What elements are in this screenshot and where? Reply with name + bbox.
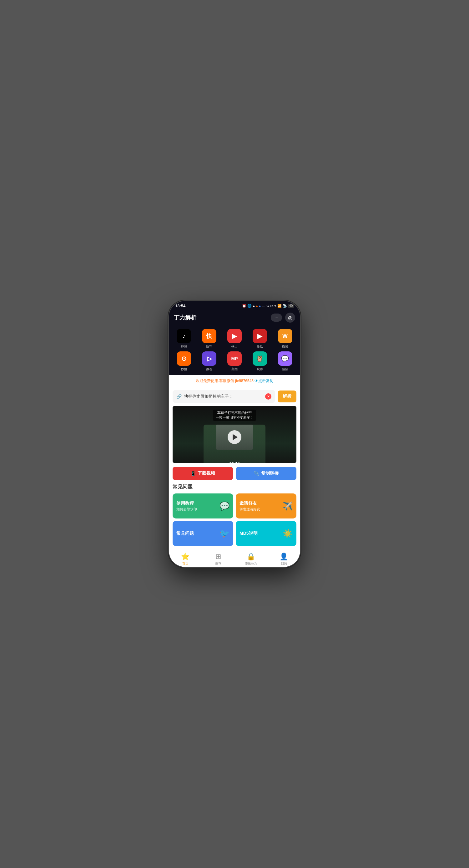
home-star-icon: ⭐ xyxy=(181,553,190,561)
faq-invite-sub: 转发邀请好友 xyxy=(239,507,260,512)
xigua-label: 吸瓜 xyxy=(257,344,263,349)
faq-section: 常见问题 使用教程 如何去除水印 💬 邀请好友 转发邀请 xyxy=(169,484,300,550)
faq-md5-text: MD5说明 xyxy=(239,531,258,536)
faq-common-text: 常见问题 xyxy=(176,531,194,536)
browser-icon: 🌐 xyxy=(247,304,252,308)
app-meipai[interactable]: MP 美拍 xyxy=(223,351,246,371)
copy-label: 复制链接 xyxy=(261,471,278,476)
faq-common-title: 常见问题 xyxy=(176,531,194,536)
copy-icon: 📎 xyxy=(254,471,259,476)
app-weibo[interactable]: W 微博 xyxy=(274,329,296,349)
app-yingke[interactable]: 🦉 映客 xyxy=(248,351,271,371)
douyin-icon: ♪ xyxy=(177,329,191,343)
momo-icon: 💬 xyxy=(278,351,292,366)
nav-recommend[interactable]: ⊞ 推荐 xyxy=(202,553,234,566)
faq-tutorial-icon: 💬 xyxy=(220,501,230,511)
download-label: 下载视频 xyxy=(198,471,215,476)
meipai-icon: MP xyxy=(227,351,242,366)
title-bar: 丁力解析 ··· ◎ xyxy=(169,310,300,326)
nav-recommend-label: 推荐 xyxy=(215,561,221,566)
faq-card-md5[interactable]: MD5说明 ☀️ xyxy=(236,521,296,546)
faq-card-invite[interactable]: 邀请好友 转发邀请好友 ✈️ xyxy=(236,493,296,519)
faq-card-common[interactable]: 常见问题 🐦 xyxy=(173,521,233,546)
app-kuaishou[interactable]: 快 快守 xyxy=(198,329,221,349)
status-bar: 13:54 ⏰ 🌐 ● ● ● ··· 577K/s 📶 📡 40 xyxy=(169,301,300,310)
page-title: 丁力解析 xyxy=(174,314,196,321)
download-button[interactable]: 📱 下载视频 xyxy=(173,467,233,480)
app-miaopai[interactable]: ⊙ 秒拍 xyxy=(173,351,195,371)
phone-screen: 13:54 ⏰ 🌐 ● ● ● ··· 577K/s 📶 📡 40 丁力解析 ·… xyxy=(169,301,300,567)
search-clear-button[interactable]: ✕ xyxy=(265,393,271,400)
video-top-text: 车贩子打死不说的秘密 一喷一擦旧车秒变新车！ xyxy=(213,410,256,421)
miaopai-icon: ⊙ xyxy=(177,351,191,366)
status-icons: ⏰ 🌐 ● ● ● ··· 577K/s 📶 📡 40 xyxy=(242,304,294,308)
search-input-wrap[interactable]: 🔗 快把你丈母娘扔掉的车子： ✕ xyxy=(173,390,275,403)
yingke-icon: 🦉 xyxy=(253,351,267,366)
copy-link-button[interactable]: 📎 复制链接 xyxy=(236,467,296,480)
lock-icon: 🔒 xyxy=(247,553,255,561)
more-button[interactable]: ··· xyxy=(271,313,282,322)
main-content: 欢迎免费使用.客服微信 jie9876543 👁点击复制 🔗 快把你丈母娘扔掉的… xyxy=(169,375,300,550)
clear-icon: ✕ xyxy=(267,395,270,399)
kuaishou-icon: 快 xyxy=(202,329,216,343)
faq-tutorial-text: 使用教程 如何去除水印 xyxy=(176,501,197,512)
app-grid: ♪ 哗涡 快 快守 ▶ 伙山 ▶ 吸瓜 xyxy=(169,326,300,375)
signal-icon: 📶 xyxy=(277,304,282,308)
scan-icon: ◎ xyxy=(288,315,292,321)
profile-icon: 👤 xyxy=(279,553,288,561)
battery-box: 40 xyxy=(288,304,294,308)
yingke-label: 映客 xyxy=(257,367,263,371)
weishipin-label: 微视 xyxy=(206,367,212,371)
nav-profile[interactable]: 👤 我的 xyxy=(267,553,300,566)
search-input[interactable]: 快把你丈母娘扔掉的车子： xyxy=(184,394,263,399)
app-xigua[interactable]: ▶ 吸瓜 xyxy=(248,329,271,349)
title-actions: ··· ◎ xyxy=(271,313,295,322)
dot3: ● xyxy=(259,304,261,308)
faq-title: 常见问题 xyxy=(173,484,296,490)
play-button[interactable] xyxy=(228,430,241,444)
parse-button[interactable]: 解析 xyxy=(278,391,296,402)
recommend-grid-icon: ⊞ xyxy=(215,553,221,561)
nav-home[interactable]: ⭐ 首页 xyxy=(169,553,202,566)
nav-md5[interactable]: 🔒 修改md5 xyxy=(234,553,267,566)
faq-grid: 使用教程 如何去除水印 💬 邀请好友 转发邀请好友 ✈️ xyxy=(173,493,296,546)
app-weishipin[interactable]: ▷ 微视 xyxy=(198,351,221,371)
wifi-icon: 📡 xyxy=(283,304,287,308)
video-title-line2: 一喷一擦旧车秒变新车！ xyxy=(216,415,254,420)
phone-device: 13:54 ⏰ 🌐 ● ● ● ··· 577K/s 📶 📡 40 丁力解析 ·… xyxy=(169,301,300,567)
status-time: 13:54 xyxy=(175,304,186,308)
nav-profile-label: 我的 xyxy=(281,561,287,566)
app-momo[interactable]: 💬 陌陌 xyxy=(274,351,296,371)
kuaishou-label: 快守 xyxy=(206,344,212,349)
battery-level: 40 xyxy=(289,304,293,308)
download-icon: 📱 xyxy=(191,471,196,476)
video-title-line1: 车贩子打死不说的秘密 xyxy=(216,410,254,415)
app-huo[interactable]: ▶ 伙山 xyxy=(223,329,246,349)
miaopai-label: 秒拍 xyxy=(181,367,187,371)
video-bg: 车贩子打死不说的秘密 一喷一擦旧车秒变新车！ 00:14 xyxy=(173,406,296,463)
faq-card-tutorial[interactable]: 使用教程 如何去除水印 💬 xyxy=(173,493,233,519)
search-area: 🔗 快把你丈母娘扔掉的车子： ✕ 解析 xyxy=(169,387,300,406)
douyin-label: 哗涡 xyxy=(181,344,187,349)
play-triangle-icon xyxy=(233,434,238,440)
bottom-nav: ⭐ 首页 ⊞ 推荐 🔒 修改md5 👤 我的 xyxy=(169,550,300,567)
action-buttons: 📱 下载视频 📎 复制链接 xyxy=(169,463,300,484)
network-speed: 577K/s xyxy=(266,304,276,308)
scan-button[interactable]: ◎ xyxy=(285,313,295,322)
xigua-icon: ▶ xyxy=(253,329,267,343)
dot2: ● xyxy=(256,304,258,308)
welcome-text-blue: 👁点击复制 xyxy=(255,379,273,383)
app-douyin[interactable]: ♪ 哗涡 xyxy=(173,329,195,349)
faq-invite-title: 邀请好友 xyxy=(239,501,260,506)
nav-md5-label: 修改md5 xyxy=(245,561,257,566)
weibo-icon: W xyxy=(278,329,292,343)
huo-label: 伙山 xyxy=(231,344,238,349)
video-container[interactable]: 车贩子打死不说的秘密 一喷一擦旧车秒变新车！ 00:14 xyxy=(173,406,296,463)
dot1: ● xyxy=(253,304,255,308)
faq-invite-text: 邀请好友 转发邀请好友 xyxy=(239,501,260,512)
huo-icon: ▶ xyxy=(227,329,242,343)
faq-tutorial-title: 使用教程 xyxy=(176,501,197,506)
clock-icon: ⏰ xyxy=(242,304,246,308)
faq-invite-icon: ✈️ xyxy=(283,501,293,511)
welcome-banner[interactable]: 欢迎免费使用.客服微信 jie9876543 👁点击复制 xyxy=(169,375,300,387)
